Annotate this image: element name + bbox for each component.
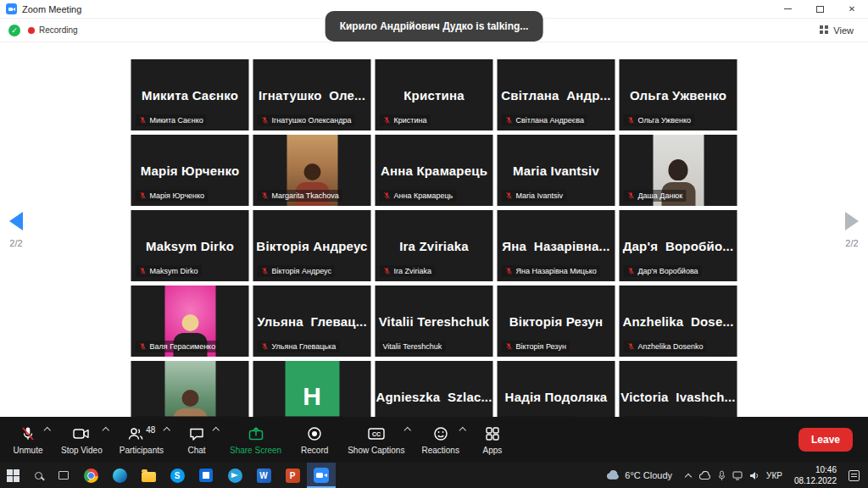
hidden-icons-chevron[interactable] bbox=[685, 472, 693, 480]
participant-label: Вікторія Андреус bbox=[258, 265, 335, 277]
network-icon[interactable] bbox=[732, 471, 743, 480]
participant-tile[interactable]: Anzhelika Dose...Anzhelika Dosenko bbox=[620, 286, 737, 357]
volume-icon[interactable] bbox=[749, 471, 760, 480]
participant-tile[interactable]: Надія ПодолякаНадія Подоляка bbox=[498, 361, 615, 417]
edge-icon[interactable] bbox=[105, 463, 134, 488]
participant-name: Ульяна Глевац... bbox=[257, 314, 367, 329]
participant-label: Ігнатушко Олександра bbox=[258, 114, 355, 126]
chat-button[interactable]: Chat bbox=[172, 417, 221, 463]
mic-muted-icon bbox=[627, 267, 636, 275]
participant-tile[interactable]: Margarita Tkachova bbox=[253, 135, 371, 206]
participant-tile[interactable]: Maksym DirkoMaksym Dirko bbox=[131, 210, 249, 281]
clock[interactable]: 10:46 08.12.2022 bbox=[789, 464, 842, 486]
participant-tile[interactable]: Валя Герасименко bbox=[131, 286, 249, 357]
weather-widget[interactable]: 6°C Cloudy bbox=[599, 470, 680, 480]
chevron-up-icon[interactable] bbox=[164, 425, 170, 432]
language-indicator[interactable]: УКР bbox=[766, 471, 782, 480]
participants-button[interactable]: 48 Participants bbox=[111, 417, 172, 463]
weather-label: 6°C Cloudy bbox=[625, 470, 672, 480]
show-captions-button[interactable]: CC Show Captions bbox=[339, 417, 413, 463]
participant-label: Maria Ivantsiv bbox=[502, 190, 567, 202]
previous-page-button[interactable]: 2/2 bbox=[9, 212, 23, 248]
action-center-icon[interactable] bbox=[849, 470, 860, 481]
share-screen-button[interactable]: Share Screen bbox=[221, 417, 290, 463]
close-button[interactable]: ✕ bbox=[836, 0, 868, 18]
stop-video-button[interactable]: Stop Video bbox=[53, 417, 111, 463]
search-button[interactable] bbox=[25, 463, 51, 488]
mic-muted-icon bbox=[261, 267, 270, 275]
chevron-up-icon[interactable] bbox=[404, 425, 411, 432]
chevron-up-icon[interactable] bbox=[213, 425, 220, 432]
store-icon[interactable] bbox=[192, 463, 220, 488]
participant-tile[interactable]: Даша Данюк bbox=[620, 135, 737, 206]
chevron-up-icon[interactable] bbox=[44, 425, 51, 432]
participant-label: Анна Крамарець bbox=[380, 190, 457, 202]
participant-name: Ігнатушко Оле... bbox=[259, 88, 365, 103]
mic-muted-icon bbox=[19, 425, 36, 442]
mic-muted-icon bbox=[261, 342, 270, 351]
participant-label: Валя Герасименко bbox=[136, 341, 220, 352]
record-icon bbox=[306, 425, 323, 442]
captions-icon: CC bbox=[367, 425, 386, 442]
reactions-button[interactable]: Reactions bbox=[413, 417, 467, 463]
gallery-grid: Микита СаєнкоМикита СаєнкоІгнатушко Оле.… bbox=[131, 59, 737, 417]
word-icon[interactable] bbox=[249, 463, 278, 488]
participant-name: Maksym Dirko bbox=[146, 239, 234, 253]
minimize-button[interactable] bbox=[771, 0, 804, 18]
meeting-toolbar: Unmute Stop Video 48 Participants Chat bbox=[0, 417, 868, 463]
participant-name: Анна Крамарець bbox=[381, 164, 487, 178]
encryption-shield-icon[interactable]: ✓ bbox=[8, 25, 20, 36]
participant-tile[interactable]: Вікторія РезунВікторія Резун bbox=[498, 286, 615, 357]
participant-tile[interactable]: Agnieszka Szlac...Agnieszka Szlachta bbox=[376, 361, 493, 417]
chevron-up-icon[interactable] bbox=[103, 425, 109, 432]
onedrive-cloud-icon[interactable] bbox=[699, 471, 711, 480]
view-button[interactable]: View bbox=[814, 24, 860, 37]
page-indicator-left: 2/2 bbox=[9, 238, 22, 248]
participant-tile[interactable]: Микита СаєнкоМикита Саєнко bbox=[131, 59, 249, 130]
participant-tile[interactable]: Ульяна Глевац...Ульяна Глевацька bbox=[253, 286, 371, 357]
next-page-button[interactable]: 2/2 bbox=[845, 212, 859, 248]
unmute-button[interactable]: Unmute bbox=[3, 417, 53, 463]
chevron-right-icon bbox=[845, 212, 859, 230]
chevron-up-icon[interactable] bbox=[459, 425, 466, 432]
participant-name: Вікторія Андреус bbox=[256, 239, 367, 253]
start-button[interactable] bbox=[0, 463, 25, 488]
participant-tile[interactable]: Ігнатушко Оле...Ігнатушко Олександра bbox=[253, 59, 371, 130]
participant-tile[interactable]: Марина Олегівна Григо... bbox=[131, 361, 249, 417]
participant-tile[interactable]: Vitalii TereshchukVitalii Tereshchuk bbox=[376, 286, 493, 357]
file-explorer-icon[interactable] bbox=[134, 463, 163, 488]
participant-tile[interactable]: КристинаКристина bbox=[376, 59, 493, 130]
windows-logo-icon bbox=[7, 469, 13, 475]
microphone-tray-icon[interactable] bbox=[718, 470, 726, 481]
participant-name: Vitalii Tereshchuk bbox=[379, 314, 490, 329]
leave-button[interactable]: Leave bbox=[798, 428, 853, 452]
task-view-button[interactable] bbox=[51, 463, 76, 488]
participant-name: Яна Назарівна... bbox=[502, 239, 609, 253]
participant-tile[interactable]: Victoria Ivashch...Victoria Ivashchenko bbox=[620, 361, 737, 417]
participant-tile[interactable]: Світлана Андр...Світлана Андреєва bbox=[498, 59, 615, 130]
participant-label: Vitalii Tereshchuk bbox=[380, 341, 446, 352]
participant-name: Кристина bbox=[403, 88, 464, 103]
telegram-icon[interactable] bbox=[220, 463, 249, 488]
powerpoint-icon[interactable] bbox=[278, 463, 307, 488]
participant-tile[interactable]: Анна КрамарецьАнна Крамарець bbox=[376, 135, 493, 206]
participant-tile[interactable]: Дар'я Воробйо...Дар'я Воробйова bbox=[620, 210, 737, 281]
participant-tile[interactable]: Ira ZviriakaIra Zviriaka bbox=[376, 210, 493, 281]
participant-tile[interactable]: Яна Назарівна...Яна Назарівна Мицько bbox=[498, 210, 615, 281]
participant-tile[interactable]: Ольга УжвенкоОльга Ужвенко bbox=[620, 59, 737, 130]
maximize-button[interactable] bbox=[804, 0, 836, 18]
mic-muted-icon bbox=[627, 342, 636, 351]
participant-tile[interactable]: Марія ЮрченкоМарія Юрченко bbox=[131, 135, 249, 206]
chrome-icon[interactable] bbox=[76, 463, 105, 488]
zoom-icon[interactable] bbox=[307, 463, 336, 488]
participant-tile[interactable]: HАнастасія Данилюк bbox=[253, 361, 371, 417]
record-button[interactable]: Record bbox=[290, 417, 339, 463]
participant-tile[interactable]: Maria IvantsivMaria Ivantsiv bbox=[498, 135, 615, 206]
windows-taskbar: 6°C Cloudy УКР 10:46 08.12.2022 bbox=[0, 463, 868, 488]
participant-label: Микита Саєнко bbox=[136, 114, 207, 126]
zoom-app-icon bbox=[6, 3, 17, 14]
apps-button[interactable]: Apps bbox=[468, 417, 517, 463]
chat-bubble-icon bbox=[188, 425, 205, 442]
participant-tile[interactable]: Вікторія АндреусВікторія Андреус bbox=[253, 210, 371, 281]
skype-icon[interactable] bbox=[163, 463, 192, 488]
